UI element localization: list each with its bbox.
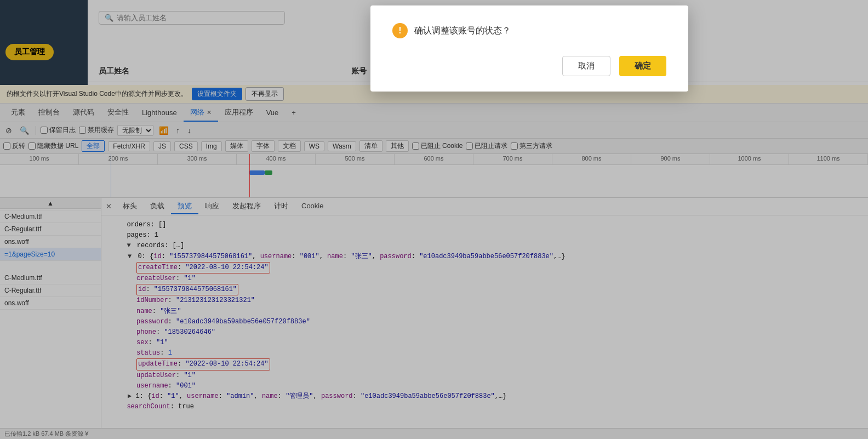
dialog-title: 确认调整该账号的状态？ <box>414 25 511 37</box>
dialog-header: ! 确认调整该账号的状态？ <box>392 23 666 38</box>
confirm-dialog: ! 确认调整该账号的状态？ 取消 确定 <box>370 5 688 92</box>
dialog-buttons: 取消 确定 <box>392 56 666 76</box>
warning-icon: ! <box>392 23 408 38</box>
confirm-button[interactable]: 确定 <box>619 56 666 76</box>
cancel-button[interactable]: 取消 <box>562 56 610 76</box>
